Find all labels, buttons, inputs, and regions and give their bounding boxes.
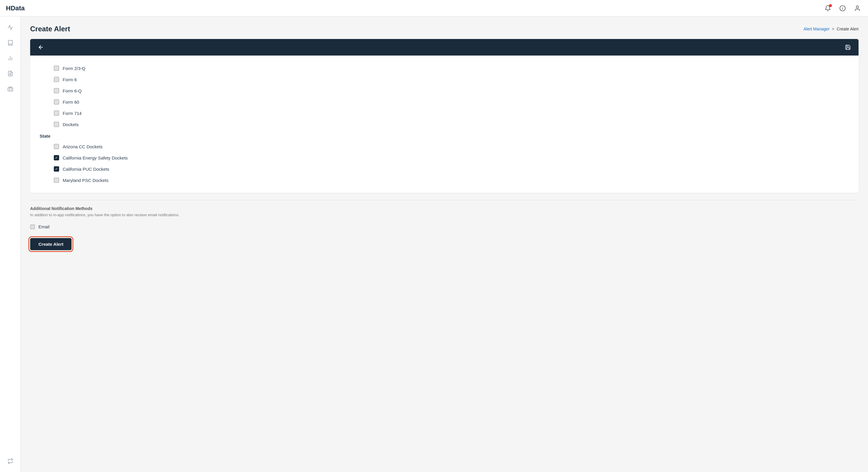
state-items-list: Arizona CC Dockets ✓ California Energy S… — [40, 141, 849, 186]
california-energy-label: California Energy Safety Dockets — [63, 155, 128, 160]
maryland-psc-checkbox[interactable] — [54, 177, 59, 183]
email-label: Email — [38, 224, 50, 229]
svg-rect-9 — [8, 88, 13, 91]
top-nav: HData — [0, 0, 868, 16]
sidebar-item-swap[interactable] — [4, 455, 17, 467]
email-checkbox-row: Email — [30, 221, 859, 232]
form-60-label: Form 60 — [63, 100, 79, 105]
notification-section: Additional Notification Methods In addit… — [30, 206, 859, 238]
info-button[interactable] — [838, 4, 847, 13]
california-puc-label: California PUC Dockets — [63, 167, 110, 172]
form-6-label: Form 6 — [63, 77, 77, 82]
breadcrumb-parent[interactable]: Alert Manager — [804, 27, 830, 31]
card-body: Form 2/3-Q Form 6 Form 6-Q Form 60 — [30, 56, 859, 193]
card-header — [30, 39, 859, 56]
list-item: Form 6 — [40, 74, 849, 85]
dockets-label: Dockets — [63, 122, 79, 127]
back-button[interactable] — [36, 42, 45, 52]
svg-point-3 — [856, 6, 858, 8]
dockets-checkbox[interactable] — [54, 122, 59, 127]
form-6-q-label: Form 6-Q — [63, 88, 82, 93]
list-item: Dockets — [40, 119, 849, 130]
notifications-button[interactable] — [823, 4, 833, 13]
save-button[interactable] — [843, 42, 852, 52]
california-puc-checkbox[interactable]: ✓ — [54, 166, 59, 172]
arizona-cc-label: Arizona CC Dockets — [63, 144, 102, 149]
main-card: Form 2/3-Q Form 6 Form 6-Q Form 60 — [30, 39, 859, 193]
list-item: Form 6-Q — [40, 85, 849, 96]
california-energy-checkbox[interactable]: ✓ — [54, 155, 59, 160]
form-6-q-checkbox[interactable] — [54, 88, 59, 93]
breadcrumb-separator: > — [832, 27, 834, 31]
sidebar-item-analytics[interactable] — [4, 21, 17, 34]
page-header: Create Alert Alert Manager > Create Aler… — [30, 25, 859, 33]
maryland-psc-label: Maryland PSC Dockets — [63, 178, 108, 183]
sidebar-item-briefcase[interactable] — [4, 83, 17, 95]
sidebar-item-book[interactable] — [4, 37, 17, 49]
form-6-checkbox[interactable] — [54, 77, 59, 82]
form-2-3-q-checkbox[interactable] — [54, 66, 59, 71]
form-714-label: Form 714 — [63, 111, 82, 116]
form-2-3-q-label: Form 2/3-Q — [63, 66, 86, 71]
federated-items-list: Form 2/3-Q Form 6 Form 6-Q Form 60 — [40, 63, 849, 130]
list-item: Maryland PSC Dockets — [40, 175, 849, 186]
page-title: Create Alert — [30, 25, 70, 33]
list-item: Form 2/3-Q — [40, 63, 849, 74]
list-item: Form 60 — [40, 96, 849, 107]
nav-icons — [823, 4, 862, 13]
section-divider — [30, 200, 859, 200]
notification-description: In addition to in-app notifications, you… — [30, 213, 859, 217]
list-item: ✓ California PUC Dockets — [40, 163, 849, 175]
breadcrumb-current: Create Alert — [837, 27, 859, 31]
sidebar-item-chart[interactable] — [4, 52, 17, 64]
form-714-checkbox[interactable] — [54, 110, 59, 116]
email-checkbox[interactable] — [30, 225, 35, 229]
content-area: Create Alert Alert Manager > Create Aler… — [21, 16, 868, 472]
main-layout: Create Alert Alert Manager > Create Aler… — [0, 16, 868, 472]
state-section-label: State — [40, 134, 849, 138]
create-alert-button[interactable]: Create Alert — [30, 238, 71, 250]
sidebar-item-document[interactable] — [4, 67, 17, 80]
breadcrumb: Alert Manager > Create Alert — [804, 27, 859, 31]
sidebar — [0, 16, 21, 472]
notification-title: Additional Notification Methods — [30, 206, 859, 211]
app-logo: HData — [6, 4, 25, 12]
list-item: Form 714 — [40, 107, 849, 119]
sidebar-bottom — [4, 455, 17, 467]
user-button[interactable] — [852, 4, 862, 13]
list-item: Arizona CC Dockets — [40, 141, 849, 152]
arizona-cc-checkbox[interactable] — [54, 144, 59, 149]
form-60-checkbox[interactable] — [54, 99, 59, 105]
notification-badge — [829, 4, 832, 7]
list-item: ✓ California Energy Safety Dockets — [40, 152, 849, 163]
